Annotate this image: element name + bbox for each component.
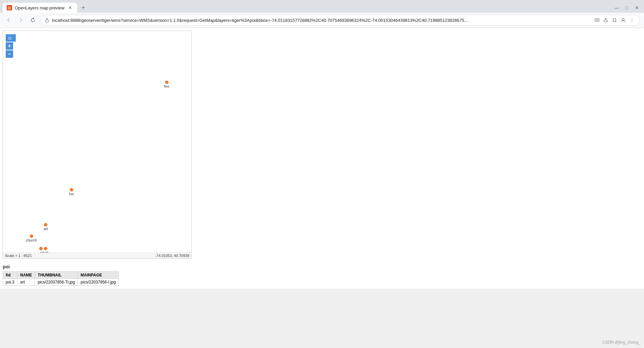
poi-lox-label: lox [69,192,74,196]
forward-button[interactable] [16,15,26,25]
map-status-bar: Scale = 1 : 8521 -74.01053, 40.70939 [3,253,191,258]
svg-point-5 [622,18,624,20]
svg-rect-3 [595,18,599,21]
url-text: localhost:8888/geoserver/tiger/wms?servi… [52,18,591,23]
bookmark-icon[interactable] [611,16,618,24]
table-section: poi fid NAME THUMBNAIL MAINPAGE poi.3 ar… [0,261,194,289]
reload-icon [30,17,36,23]
layers-button[interactable] [6,34,16,42]
poi-church: church [26,234,37,242]
table-header: fid NAME THUMBNAIL MAINPAGE [3,272,119,279]
share-icon[interactable] [602,16,609,24]
col-fid: fid [3,272,17,279]
map-controls: + − [6,34,16,58]
svg-point-11 [9,39,10,40]
lock-icon [45,18,49,23]
svg-point-8 [632,21,632,22]
address-bar[interactable]: localhost:8888/geoserver/tiger/wms?servi… [40,15,640,26]
cell-name: art [17,279,35,286]
map-scale: Scale = 1 : 8521 [5,254,32,258]
minimize-button[interactable]: — [612,3,621,12]
poi-stock-label: stock [40,251,49,253]
zoom-in-button[interactable]: + [6,42,13,50]
maximize-button[interactable]: □ [623,3,631,12]
browser-chrome: O OpenLayers map preview ✕ + — □ ✕ [0,0,644,28]
map-container: + − fire lox [3,31,192,259]
title-bar: O OpenLayers map preview ✕ + — □ ✕ [0,0,644,13]
new-tab-button[interactable]: + [79,3,88,12]
active-tab[interactable]: O OpenLayers map preview ✕ [3,3,77,13]
tab-title: OpenLayers map preview [15,5,64,10]
poi-lox: lox [69,188,74,196]
svg-point-9 [9,37,10,38]
zoom-out-button[interactable]: − [6,50,13,58]
poi-church-label: church [26,238,37,242]
profile-icon[interactable] [620,16,627,24]
forward-icon [18,17,23,23]
cell-fid: poi.3 [3,279,17,286]
data-table: fid NAME THUMBNAIL MAINPAGE poi.3 art pi… [3,271,119,286]
screenshot-icon[interactable] [593,16,601,24]
close-button[interactable]: ✕ [633,3,641,12]
tab-close-button[interactable]: ✕ [67,5,73,11]
svg-point-4 [596,19,598,21]
poi-fire: fire [164,81,169,88]
main-content: + − fire lox [0,28,644,289]
right-area [194,28,644,289]
table-title: poi [3,264,192,269]
poi-fire-label: fire [164,84,169,88]
col-name: NAME [17,272,35,279]
poi-stock: stock [39,247,49,253]
tab-favicon: O [7,5,12,10]
layers-icon [8,36,13,40]
header-row: fid NAME THUMBNAIL MAINPAGE [3,272,119,279]
map-area[interactable]: + − fire lox [3,31,191,253]
back-icon [6,17,11,23]
menu-icon[interactable] [628,16,636,24]
svg-point-6 [632,18,632,19]
svg-point-10 [10,37,11,38]
navigation-bar: localhost:8888/geoserver/tiger/wms?servi… [0,13,644,28]
map-section: + − fire lox [0,28,194,289]
poi-art-label: art [44,227,48,231]
cell-thumbnail: pics/22037856-Ti.jpg [35,279,78,286]
reload-button[interactable] [28,15,38,25]
watermark: CSDN @jing_zhong_ [602,340,641,345]
window-controls: — □ ✕ [612,3,641,12]
svg-rect-2 [46,20,48,22]
table-row: poi.3 art pics/22037856-Ti.jpg pics/2203… [3,279,119,286]
table-body: poi.3 art pics/22037856-Ti.jpg pics/2203… [3,279,119,286]
svg-text:O: O [8,6,11,10]
col-mainpage: MAINPAGE [78,272,119,279]
back-button[interactable] [4,15,13,25]
poi-art: art [44,223,48,231]
svg-point-7 [632,20,632,20]
cell-mainpage: pics/22037856-I.jpg [78,279,119,286]
col-thumbnail: THUMBNAIL [35,272,78,279]
address-bar-icons [593,16,636,24]
map-coordinates: -74.01053, 40.70939 [155,254,189,258]
svg-point-12 [10,39,11,40]
